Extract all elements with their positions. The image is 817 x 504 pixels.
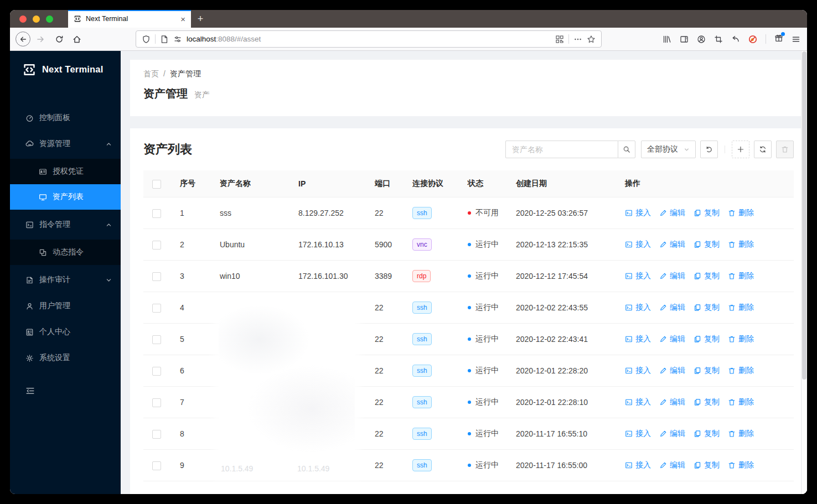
url-text[interactable]: localhost:8088/#/asset [187, 35, 551, 43]
minimize-window-button[interactable] [33, 15, 40, 23]
delete-link[interactable]: 删除 [728, 208, 754, 218]
copy-icon [694, 461, 701, 469]
copy-link[interactable]: 复制 [694, 208, 720, 218]
protocol-select[interactable]: 全部协议 [641, 141, 696, 158]
access-link[interactable]: 接入 [625, 240, 651, 250]
sidebar-item-command-mgmt[interactable]: 指令管理 [10, 214, 121, 236]
add-asset-button[interactable] [732, 141, 749, 158]
access-link[interactable]: 接入 [625, 303, 651, 313]
library-icon[interactable] [663, 35, 671, 44]
protocol-cell: ssh [404, 292, 459, 324]
bookmark-star-icon[interactable] [587, 35, 596, 44]
edit-link[interactable]: 编辑 [659, 208, 685, 218]
copy-link[interactable]: 复制 [694, 429, 720, 439]
edit-link[interactable]: 编辑 [659, 460, 685, 470]
permissions-icon[interactable] [173, 35, 182, 44]
access-link[interactable]: 接入 [625, 460, 651, 470]
whats-new-gift-icon[interactable] [774, 34, 783, 45]
undo-arrow-icon[interactable] [731, 35, 740, 44]
copy-link[interactable]: 复制 [694, 240, 720, 250]
row-checkbox[interactable] [152, 398, 161, 407]
row-checkbox[interactable] [152, 367, 161, 376]
search-button[interactable] [618, 141, 635, 158]
access-link[interactable]: 接入 [625, 366, 651, 376]
edit-link[interactable]: 编辑 [659, 334, 685, 344]
maximize-window-button[interactable] [46, 15, 53, 23]
sidebar-item-asset-list[interactable]: 资产列表 [10, 184, 121, 210]
sidebar-toggle-icon[interactable] [680, 35, 689, 44]
reload-button[interactable] [51, 32, 67, 47]
access-link[interactable]: 接入 [625, 334, 651, 344]
row-checkbox[interactable] [152, 209, 161, 218]
refresh-button[interactable] [754, 141, 772, 158]
scrollbar-thumb[interactable] [802, 51, 806, 380]
edit-link[interactable]: 编辑 [659, 366, 685, 376]
url-bar[interactable]: localhost:8088/#/asset [136, 30, 602, 48]
delete-selected-button[interactable] [776, 141, 794, 158]
copy-link[interactable]: 复制 [694, 397, 720, 407]
copy-link[interactable]: 复制 [694, 303, 720, 313]
edit-link[interactable]: 编辑 [659, 397, 685, 407]
browser-tab[interactable]: Next Terminal × [68, 10, 191, 28]
action-label: 复制 [704, 334, 720, 344]
access-link[interactable]: 接入 [625, 429, 651, 439]
delete-link[interactable]: 删除 [728, 366, 754, 376]
sidebar-item-audit[interactable]: 操作审计 [10, 269, 121, 291]
shield-icon[interactable] [142, 35, 151, 44]
forward-button[interactable] [33, 32, 48, 47]
account-icon[interactable] [697, 35, 706, 44]
close-window-button[interactable] [19, 15, 27, 23]
copy-link[interactable]: 复制 [694, 460, 720, 470]
copy-link[interactable]: 复制 [694, 366, 720, 376]
reset-button[interactable] [700, 141, 718, 158]
delete-link[interactable]: 删除 [728, 240, 754, 250]
access-link[interactable]: 接入 [625, 271, 651, 281]
close-tab-icon[interactable]: × [180, 15, 185, 23]
asset-table: 序号资产名称IP端口连接协议状态创建日期操作 1sss8.129.27.2522… [143, 170, 794, 481]
delete-link[interactable]: 删除 [728, 303, 754, 313]
blocker-extension-icon[interactable] [748, 35, 757, 44]
row-index-cell: 7 [171, 387, 211, 418]
access-link[interactable]: 接入 [625, 208, 651, 218]
delete-link[interactable]: 删除 [728, 397, 754, 407]
page-scrollbar[interactable] [801, 51, 807, 494]
row-checkbox[interactable] [152, 430, 161, 439]
app-logo[interactable]: Next Terminal [10, 51, 121, 88]
copy-link[interactable]: 复制 [694, 271, 720, 281]
search-input[interactable] [505, 141, 618, 158]
access-link[interactable]: 接入 [625, 397, 651, 407]
edit-link[interactable]: 编辑 [659, 429, 685, 439]
actions-cell: 接入编辑复制删除 [616, 324, 794, 355]
row-checkbox[interactable] [152, 461, 161, 470]
delete-link[interactable]: 删除 [728, 271, 754, 281]
menu-fold-button[interactable] [10, 386, 121, 398]
home-button[interactable] [69, 32, 85, 47]
select-all-checkbox[interactable] [152, 180, 161, 189]
screenshot-icon[interactable] [714, 35, 723, 44]
row-checkbox[interactable] [152, 304, 161, 313]
row-checkbox[interactable] [152, 272, 161, 281]
row-checkbox[interactable] [152, 335, 161, 344]
more-options-icon[interactable] [573, 35, 582, 44]
sidebar-item-settings[interactable]: 系统设置 [10, 347, 121, 369]
back-button[interactable] [15, 32, 30, 46]
sidebar-item-credential[interactable]: 授权凭证 [10, 159, 121, 184]
delete-link[interactable]: 删除 [728, 429, 754, 439]
sidebar-item-resource[interactable]: 资源管理 [10, 133, 121, 155]
edit-link[interactable]: 编辑 [659, 271, 685, 281]
delete-link[interactable]: 删除 [728, 460, 754, 470]
new-tab-button[interactable]: + [191, 10, 210, 28]
sidebar-item-dynamic-command[interactable]: 动态指令 [10, 240, 121, 265]
sidebar-item-user-mgmt[interactable]: 用户管理 [10, 295, 121, 317]
sidebar-item-dashboard[interactable]: 控制面板 [10, 107, 121, 129]
qr-code-icon[interactable] [555, 35, 564, 44]
row-checkbox[interactable] [152, 241, 161, 250]
edit-link[interactable]: 编辑 [659, 303, 685, 313]
edit-link[interactable]: 编辑 [659, 240, 685, 250]
breadcrumb-home[interactable]: 首页 [143, 69, 159, 78]
sidebar-item-profile[interactable]: 个人中心 [10, 321, 121, 343]
copy-link[interactable]: 复制 [694, 334, 720, 344]
delete-link[interactable]: 删除 [728, 334, 754, 344]
hamburger-menu-icon[interactable] [792, 35, 800, 44]
page-info-icon[interactable] [160, 35, 169, 44]
